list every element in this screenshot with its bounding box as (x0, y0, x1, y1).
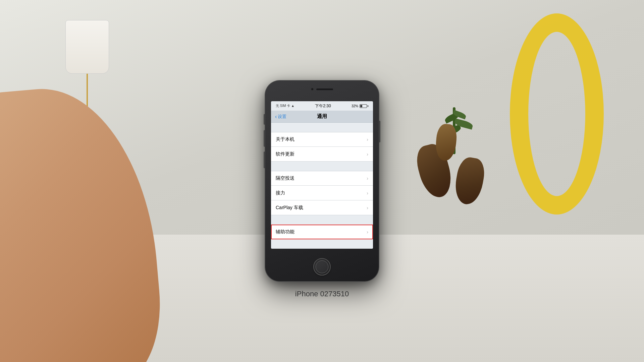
list-item-accessibility[interactable]: 辅助功能 › (271, 225, 373, 239)
airdrop-label: 隔空投送 (276, 175, 294, 181)
chevron-icon: › (367, 152, 368, 157)
battery-percent-label: 32% (352, 104, 358, 108)
section-gap-4 (271, 239, 373, 249)
software-update-label: 软件更新 (276, 151, 294, 157)
accessibility-label: 辅助功能 (276, 229, 294, 235)
status-bar: 无 SIM 卡 ▲ 下午2:30 32% (271, 101, 373, 111)
list-item-airdrop[interactable]: 隔空投送 › (271, 171, 373, 186)
list-item-software-update[interactable]: 软件更新 › (271, 147, 373, 162)
mute-switch[interactable] (264, 114, 265, 125)
back-button[interactable]: ‹ 设置 (275, 114, 286, 120)
battery-area: 32% (352, 104, 368, 108)
section-3: 辅助功能 › (271, 225, 373, 239)
pine-cone-decoration (392, 117, 527, 251)
navigation-bar: ‹ 设置 通用 (271, 111, 373, 123)
volume-down-button[interactable] (264, 152, 265, 168)
about-label: 关于本机 (276, 136, 294, 142)
section-1: 关于本机 › 软件更新 › (271, 132, 373, 162)
list-item-carplay[interactable]: CarPlay 车载 › (271, 200, 373, 215)
carplay-label: CarPlay 车载 (276, 205, 303, 211)
handoff-label: 接力 (276, 190, 285, 196)
camera-dot (311, 88, 314, 90)
section-gap-3 (271, 215, 373, 225)
power-button[interactable] (379, 121, 380, 142)
chevron-icon: › (367, 190, 368, 196)
back-chevron-icon: ‹ (275, 114, 277, 120)
battery-icon (360, 104, 368, 108)
home-button-ring (316, 260, 328, 273)
list-item-about[interactable]: 关于本机 › (271, 132, 373, 147)
chevron-icon: › (367, 137, 368, 142)
section-2: 隔空投送 › 接力 › CarPlay 车载 › (271, 171, 373, 215)
chevron-icon: › (367, 229, 368, 235)
settings-list: 关于本机 › 软件更新 › 隔空投送 › (271, 123, 373, 249)
chevron-icon: › (367, 176, 368, 181)
section-gap-1 (271, 123, 373, 132)
speaker-grille (316, 88, 333, 90)
iphone-screen: 无 SIM 卡 ▲ 下午2:30 32% (271, 101, 373, 249)
iphone-device: 无 SIM 卡 ▲ 下午2:30 32% (265, 80, 379, 282)
back-label: 设置 (278, 114, 286, 120)
clock: 下午2:30 (315, 103, 331, 109)
chevron-icon: › (367, 205, 368, 210)
carrier-signal: 无 SIM 卡 ▲ (276, 104, 294, 108)
page-title: 通用 (317, 113, 327, 120)
iphone-body: 无 SIM 卡 ▲ 下午2:30 32% (265, 80, 379, 282)
section-gap-2 (271, 162, 373, 171)
iphone-label: iPhone 0273510 (295, 290, 349, 298)
hand-left (0, 54, 195, 362)
volume-up-button[interactable] (264, 130, 265, 147)
iphone-top-area (311, 88, 333, 90)
home-button[interactable] (313, 258, 331, 276)
list-item-handoff[interactable]: 接力 › (271, 186, 373, 200)
background: 无 SIM 卡 ▲ 下午2:30 32% (0, 0, 644, 362)
